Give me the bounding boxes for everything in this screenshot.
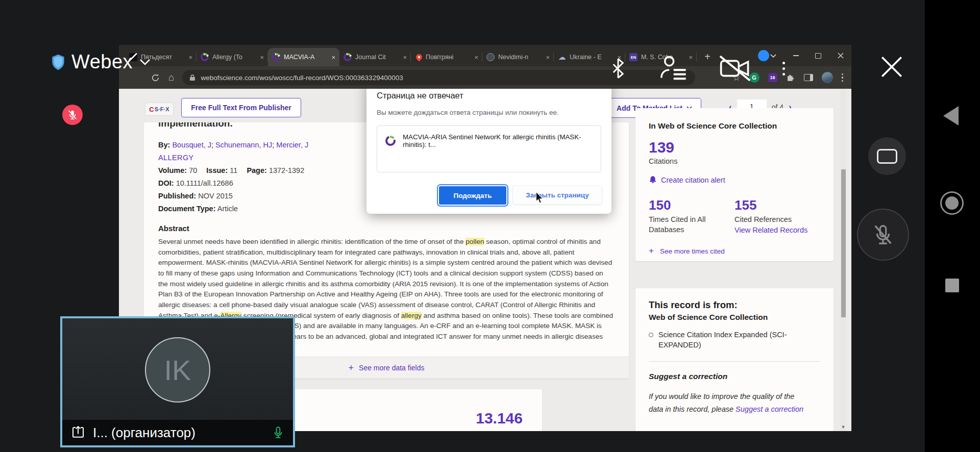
browser-tab[interactable]: Повітряні× xyxy=(411,48,482,66)
webofscience-favicon xyxy=(385,136,396,146)
dialog-body-text: Вы можете дождаться ответа страницы или … xyxy=(377,109,601,116)
tab-close-icon[interactable]: × xyxy=(403,54,407,61)
mouse-cursor xyxy=(535,192,544,204)
tab-close-icon[interactable]: × xyxy=(260,54,264,61)
times-cited-section: 150 Times Cited in All Databases 155 Cit… xyxy=(649,197,820,235)
cited-references-count[interactable]: 155 xyxy=(734,197,820,213)
url-text: webofscience.com/wos/woscc/full-record/W… xyxy=(201,74,403,82)
screen-share-icon xyxy=(70,425,86,440)
times-cited-count[interactable]: 150 xyxy=(649,197,734,213)
author-link[interactable]: Schunemann, HJ xyxy=(215,141,272,149)
camera-off-icon[interactable] xyxy=(719,55,751,82)
cited-references-col: 155 Cited References View Related Record… xyxy=(734,197,820,235)
side-panel-icon[interactable] xyxy=(804,74,813,81)
extensions-puzzle-icon[interactable] xyxy=(786,73,795,82)
browser-tab[interactable]: Allergy (To× xyxy=(197,48,268,66)
android-recents-icon[interactable] xyxy=(945,279,959,292)
author-link[interactable]: Mercier, J xyxy=(276,141,308,149)
citation-card-header: In Web of Science Core Collection xyxy=(649,121,820,131)
participants-button[interactable] xyxy=(658,53,688,84)
abstract-heading: Abstract xyxy=(158,224,615,233)
bluetooth-icon[interactable] xyxy=(610,57,626,80)
close-page-button[interactable]: Закрыть страницу xyxy=(512,185,602,205)
wait-button[interactable]: Подождать xyxy=(438,185,507,206)
lock-icon xyxy=(189,74,195,81)
android-home-icon[interactable] xyxy=(940,191,964,215)
reload-icon[interactable] xyxy=(151,73,160,83)
maximize-icon[interactable] xyxy=(815,52,822,59)
mic-off-icon xyxy=(67,109,78,120)
webofscience-favicon xyxy=(272,53,280,61)
bell-icon xyxy=(649,175,657,184)
participants-icon xyxy=(658,53,688,82)
citation-network-card: In Web of Science Core Collection 139 Ci… xyxy=(635,108,834,261)
core-collection-label: Web of Science Core Collection xyxy=(649,313,820,322)
suggest-correction-heading: Suggest a correction xyxy=(649,372,820,381)
times-cited-col: 150 Times Cited in All Databases xyxy=(649,197,734,235)
mic-muted-button[interactable] xyxy=(857,209,909,261)
citations-count[interactable]: 139 xyxy=(649,139,820,156)
tab-label: Nevidimi-n xyxy=(498,54,544,61)
window-close-icon[interactable] xyxy=(837,52,844,59)
webofscience-favicon xyxy=(201,53,209,61)
home-icon[interactable]: ⌂ xyxy=(168,72,174,83)
close-share-view-icon[interactable] xyxy=(879,54,904,80)
free-full-text-button[interactable]: Free Full Text From Publisher xyxy=(181,98,301,117)
tab-label: Ukraine - Е xyxy=(570,54,615,61)
unresponsive-pages-list: MACVIA-ARIA Sentinel NetworK for allergi… xyxy=(377,125,601,172)
tab-label: Повітряні xyxy=(426,54,472,61)
scrollbar-thumb[interactable] xyxy=(841,169,846,317)
tab-close-icon[interactable]: × xyxy=(474,54,478,61)
tab-label: Allergy (To xyxy=(212,54,258,61)
mic-on-icon xyxy=(272,425,285,440)
page-unresponsive-dialog: Страница не отвечает Вы можете дождаться… xyxy=(366,81,611,214)
chevron-down-icon[interactable] xyxy=(139,58,151,66)
plus-icon: + xyxy=(649,246,654,256)
scroll-down-arrow-icon[interactable]: ▼ xyxy=(840,423,846,431)
webex-brand-label: Webex xyxy=(71,51,133,73)
minimize-icon[interactable] xyxy=(792,52,799,59)
browser-tab[interactable]: Nevidimi-n× xyxy=(482,48,554,66)
bullet-icon xyxy=(649,333,653,337)
tab-label: MACVIA-A xyxy=(284,54,329,61)
webofscience-favicon xyxy=(344,53,352,61)
create-citation-alert-link[interactable]: Create citation alert xyxy=(649,175,820,184)
profile-avatar[interactable] xyxy=(822,72,833,83)
index-row: Science Citation Index Expanded (SCI-EXP… xyxy=(649,330,820,350)
webex-meeting-controls xyxy=(610,53,785,84)
participant-avatar: IK xyxy=(145,337,210,403)
participant-name: I... (организатор) xyxy=(93,425,264,441)
citations-label: Citations xyxy=(649,157,820,165)
sfx-logo[interactable]: ƆS·F·X xyxy=(145,103,173,115)
journal-impact-factor: 13.146 xyxy=(476,410,523,427)
notification-dot xyxy=(758,50,769,61)
layout-icon xyxy=(877,149,897,164)
tab-label: Journal Cit xyxy=(355,54,401,61)
author-link[interactable]: Bousquet, J xyxy=(172,141,211,149)
map-pin-favicon xyxy=(415,53,424,62)
record-from-card: This record is from: Web of Science Core… xyxy=(635,288,834,431)
see-more-times-cited-link[interactable]: + See more times cited xyxy=(649,246,820,256)
suggest-correction-link[interactable]: Suggest a correction xyxy=(736,405,803,413)
webex-more-menu-icon[interactable] xyxy=(782,62,785,76)
divider xyxy=(649,361,820,362)
participant-video-tile[interactable]: IK I... (организатор) xyxy=(60,316,295,447)
browser-tab[interactable]: MACVIA-A× xyxy=(268,48,339,66)
android-back-icon[interactable] xyxy=(943,106,959,125)
phone-screen: Webex Пятьдесят×Allergy (To×MACVIA-A×Jou… xyxy=(0,0,980,452)
unresponsive-page-item[interactable]: MACVIA-ARIA Sentinel NetworK for allergi… xyxy=(385,133,593,148)
tab-close-icon[interactable]: × xyxy=(546,54,550,61)
android-nav-bar xyxy=(925,0,980,452)
page-scrollbar[interactable]: ▼ xyxy=(840,89,846,431)
dialog-buttons: Подождать Закрыть страницу xyxy=(438,185,602,206)
browser-tab[interactable]: Journal Cit× xyxy=(339,48,411,66)
globe-favicon xyxy=(486,53,495,61)
browser-menu-icon[interactable] xyxy=(842,73,844,82)
tab-close-icon[interactable]: × xyxy=(188,54,192,61)
mic-off-icon xyxy=(871,223,895,246)
dialog-title: Страница не отвечает xyxy=(377,91,601,101)
webex-brand[interactable]: Webex xyxy=(51,51,151,73)
tab-close-icon[interactable]: × xyxy=(331,54,335,61)
view-related-records-link[interactable]: View Related Records xyxy=(734,226,820,234)
layout-button[interactable] xyxy=(868,137,906,175)
